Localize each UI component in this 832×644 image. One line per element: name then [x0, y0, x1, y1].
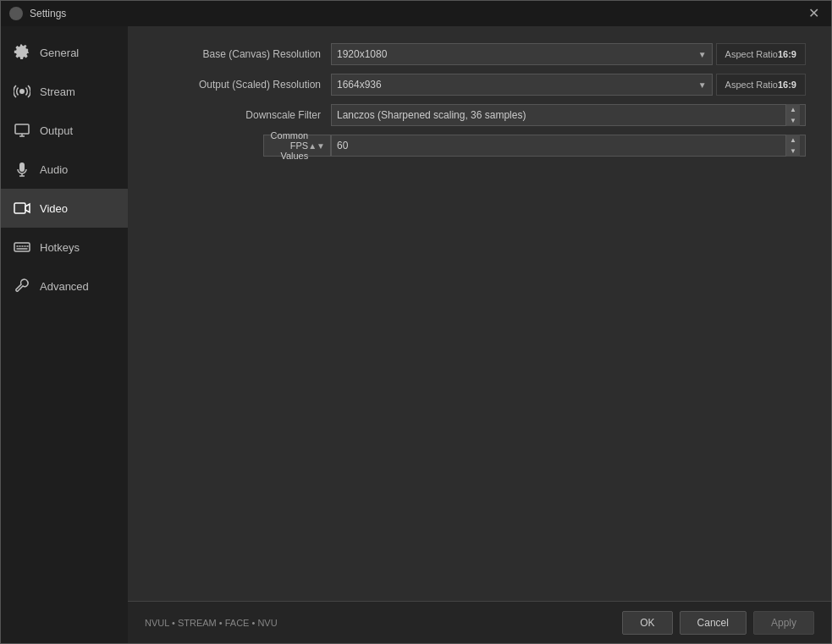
- fps-group: 60 ▲ ▼: [331, 135, 806, 157]
- statusbar: NVUL • STREAM • FACE • NVU: [145, 618, 615, 628]
- fps-label: Common FPS Values ▲▼: [153, 135, 331, 157]
- base-resolution-arrow: ▼: [698, 50, 707, 59]
- fps-type-value: Common FPS Values: [269, 130, 308, 161]
- sidebar-label-hotkeys: Hotkeys: [40, 241, 80, 254]
- sidebar-item-hotkeys[interactable]: Hotkeys: [1, 228, 128, 267]
- sidebar-item-general[interactable]: General: [1, 33, 128, 72]
- output-resolution-label: Output (Scaled) Resolution: [153, 79, 331, 91]
- sidebar-label-video: Video: [40, 202, 68, 215]
- output-resolution-arrow: ▼: [698, 80, 707, 90]
- svg-rect-1: [15, 124, 29, 134]
- output-icon: [13, 121, 31, 140]
- output-resolution-row: Output (Scaled) Resolution 1664x936 ▼ As…: [153, 74, 806, 96]
- fps-type-combo[interactable]: Common FPS Values ▲▼: [263, 135, 331, 157]
- titlebar-left: Settings: [9, 7, 66, 20]
- base-resolution-label: Base (Canvas) Resolution: [153, 48, 331, 60]
- svg-rect-2: [14, 203, 25, 213]
- statusbar-text: NVUL • STREAM • FACE • NVU: [145, 618, 278, 628]
- output-aspect-label: Aspect Ratio 16:9: [716, 74, 806, 96]
- sidebar-label-output: Output: [40, 124, 73, 137]
- audio-icon: [13, 160, 31, 179]
- ok-button[interactable]: OK: [622, 611, 672, 635]
- sidebar-item-video[interactable]: Video: [1, 189, 128, 228]
- base-resolution-value: 1920x1080: [337, 48, 387, 60]
- sidebar-item-advanced[interactable]: Advanced: [1, 267, 128, 305]
- cancel-button[interactable]: Cancel: [680, 611, 747, 635]
- downscale-filter-row: Downscale Filter Lanczos (Sharpened scal…: [153, 104, 806, 126]
- downscale-filter-group: Lanczos (Sharpened scaling, 36 samples) …: [331, 104, 806, 126]
- svg-point-0: [19, 89, 25, 94]
- app-icon: [9, 7, 23, 20]
- base-aspect-label: Aspect Ratio 16:9: [716, 43, 806, 65]
- apply-button[interactable]: Apply: [753, 611, 814, 635]
- output-resolution-group: 1664x936 ▼ Aspect Ratio 16:9: [331, 74, 806, 96]
- sidebar-label-advanced: Advanced: [40, 280, 89, 293]
- downscale-filter-label: Downscale Filter: [153, 109, 331, 121]
- settings-area: Base (Canvas) Resolution 1920x1080 ▼ Asp…: [128, 26, 831, 601]
- close-button[interactable]: ✕: [805, 5, 823, 22]
- output-resolution-value: 1664x936: [337, 79, 382, 91]
- fps-down-button[interactable]: ▼: [785, 146, 800, 157]
- sidebar-item-audio[interactable]: Audio: [1, 150, 128, 189]
- main-panel: Base (Canvas) Resolution 1920x1080 ▼ Asp…: [128, 26, 831, 643]
- fps-spinners: ▲ ▼: [785, 135, 800, 157]
- base-resolution-row: Base (Canvas) Resolution 1920x1080 ▼ Asp…: [153, 43, 806, 65]
- fps-value: 60: [337, 140, 348, 151]
- downscale-filter-combo[interactable]: Lanczos (Sharpened scaling, 36 samples) …: [331, 104, 806, 126]
- svg-rect-3: [14, 243, 30, 251]
- keyboard-icon: [13, 238, 31, 256]
- sidebar-item-output[interactable]: Output: [1, 111, 128, 150]
- sidebar-label-stream: Stream: [40, 85, 75, 98]
- wrench-icon: [13, 277, 31, 295]
- video-icon: [13, 199, 31, 217]
- downscale-spinners: ▲ ▼: [785, 104, 800, 126]
- titlebar: Settings ✕: [1, 1, 831, 26]
- sidebar-label-audio: Audio: [40, 163, 68, 176]
- output-resolution-combo[interactable]: 1664x936 ▼: [331, 74, 713, 96]
- base-resolution-combo[interactable]: 1920x1080 ▼: [331, 43, 713, 65]
- sidebar-label-general: General: [40, 47, 79, 59]
- window-title: Settings: [30, 8, 66, 19]
- fps-row: Common FPS Values ▲▼ 60 ▲ ▼: [153, 135, 806, 157]
- output-aspect-value: 16:9: [778, 80, 796, 90]
- fps-up-button[interactable]: ▲: [785, 135, 800, 146]
- stream-icon: [13, 82, 31, 101]
- downscale-filter-value: Lanczos (Sharpened scaling, 36 samples): [337, 109, 526, 121]
- gear-icon: [13, 43, 31, 62]
- sidebar: General Stream Output: [1, 26, 128, 643]
- downscale-down-button[interactable]: ▼: [785, 115, 800, 126]
- bottom-bar: NVUL • STREAM • FACE • NVU OK Cancel App…: [128, 601, 831, 643]
- main-content: General Stream Output: [1, 26, 831, 643]
- settings-window: Settings ✕ General: [0, 0, 832, 644]
- fps-type-arrow: ▲▼: [308, 141, 325, 151]
- base-aspect-value: 16:9: [778, 49, 796, 59]
- sidebar-item-stream[interactable]: Stream: [1, 72, 128, 111]
- downscale-up-button[interactable]: ▲: [785, 104, 800, 115]
- base-resolution-group: 1920x1080 ▼ Aspect Ratio 16:9: [331, 43, 806, 65]
- fps-spinner[interactable]: 60 ▲ ▼: [331, 135, 806, 157]
